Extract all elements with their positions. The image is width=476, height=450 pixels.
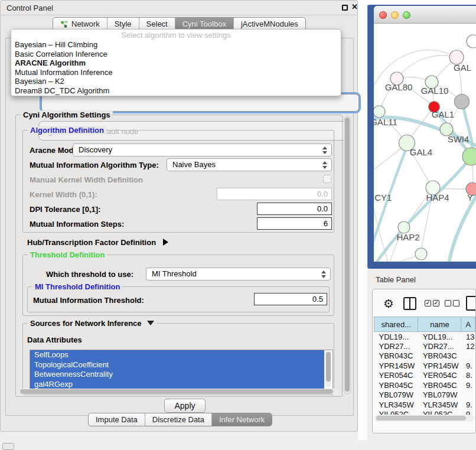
edge-thick	[448, 194, 476, 262]
window-title: Control Panel	[6, 4, 53, 12]
node-hap2[interactable]	[398, 221, 410, 233]
tab-network[interactable]: Network	[53, 18, 107, 30]
hub-definition-toggle[interactable]: Hub/Transcription Factor Definition	[27, 238, 168, 247]
edge	[397, 56, 456, 79]
table-cell: 13	[461, 332, 475, 342]
table-row[interactable]: YBR045CYBR045C9.	[374, 380, 475, 390]
spinner-icon	[322, 146, 327, 154]
tab-select[interactable]: Select	[139, 18, 175, 30]
bottom-tab-impute-data[interactable]: Impute Data	[89, 413, 145, 426]
tab-cyni-toolbox[interactable]: Cyni Toolbox	[175, 18, 234, 30]
mi-type-combo[interactable]: Naive Bayes	[167, 158, 332, 171]
table-cell: 8.	[461, 371, 475, 381]
sources-title-text: Sources for Network Inference	[30, 319, 142, 328]
table-row[interactable]: YER054CYER054C8.	[374, 371, 475, 381]
export-table-icon[interactable]	[466, 296, 476, 311]
kernel-width-field[interactable]: 0.0	[217, 188, 332, 200]
node-label: HAP2	[396, 232, 419, 242]
tab-jactivemnodules[interactable]: jActiveMNodules	[234, 18, 305, 30]
gear-icon[interactable]: ⚙	[383, 296, 394, 311]
which-threshold-combo[interactable]: MI Threshold	[146, 268, 331, 281]
attribute-item[interactable]: BetweennessCentrality	[30, 370, 324, 380]
tab-label: Network	[71, 19, 100, 28]
select-all-checks-icon[interactable]: ✓✓	[425, 300, 439, 306]
attribute-item[interactable]: SelfLoops	[30, 350, 324, 360]
which-threshold-label: Which threshold to use:	[46, 270, 133, 279]
mi-steps-label: Mutual Information Steps:	[30, 220, 124, 229]
node-unlabeled[interactable]	[415, 248, 427, 260]
settings-group-title: Cyni Algorithm Settings	[21, 110, 113, 119]
data-attributes-label: Data Attributes	[27, 335, 82, 344]
table-cell: YER054C	[374, 371, 418, 381]
table-hscrollbar[interactable]	[375, 415, 474, 422]
table-row[interactable]: YBR043CYBR043C	[374, 351, 475, 361]
node-label: GAL4	[410, 147, 432, 157]
bottom-tab-discretize-data[interactable]: Discretize Data	[145, 413, 212, 426]
which-threshold-value: MI Threshold	[152, 269, 197, 278]
attribute-item[interactable]: TopologicalCoefficient	[30, 360, 324, 370]
sources-title[interactable]: Sources for Network Inference	[28, 319, 157, 328]
node-swi4[interactable]	[462, 148, 476, 165]
dropdown-item[interactable]: Bayesian – K2	[11, 77, 341, 86]
control-panel-titlebar: Control Panel ✕	[1, 1, 357, 15]
table-row[interactable]: YLR345WYLR345W9.	[374, 400, 475, 410]
table-row[interactable]: YBL079WYBL079W	[374, 390, 475, 400]
kernel-width-label: Kernel Width (0,1):	[30, 190, 97, 199]
attribute-item[interactable]: gal4RGexp	[30, 380, 324, 390]
zoom-traffic-light[interactable]	[403, 11, 410, 19]
minimize-traffic-light[interactable]	[391, 11, 399, 19]
manual-kernel-label: Manual Kernel Width Definition	[30, 175, 143, 184]
column-header[interactable]: shared...	[374, 317, 418, 332]
tab-style[interactable]: Style	[107, 18, 139, 30]
tab-label: jActiveMNodules	[241, 19, 298, 28]
column-header[interactable]: A	[461, 317, 475, 332]
panel-gap	[358, 0, 367, 440]
deselect-all-checks-icon[interactable]	[445, 300, 459, 306]
attributes-scrollbar[interactable]	[325, 351, 331, 387]
spinner-icon	[321, 270, 326, 278]
table-row[interactable]: YPR145WYPR145W9.	[374, 361, 475, 371]
settings-vscrollbar[interactable]	[344, 116, 351, 394]
mi-threshold-field[interactable]: 0.5	[254, 293, 327, 305]
mi-threshold-title: MI Threshold Definition	[32, 282, 122, 291]
columns-icon[interactable]	[403, 297, 416, 310]
settings-hscrollbar[interactable]	[19, 389, 339, 394]
table-row[interactable]: YDR27...YDR27...12	[374, 341, 475, 351]
table-cell: YPR145W	[374, 361, 418, 371]
data-attributes-list: SelfLoopsTopologicalCoefficientBetweenne…	[30, 350, 333, 390]
table-cell: YLR345W	[374, 400, 418, 410]
apply-button[interactable]: Apply	[164, 399, 206, 413]
dropdown-item[interactable]: Basic Correlation Inference	[11, 50, 341, 59]
bottom-tab-infer-network[interactable]: Infer Network	[212, 413, 272, 426]
table-panel-window: ⚙ ✓✓ shared...nameAYDL19...YDL19...13YDR…	[372, 289, 476, 433]
spinner-icon	[322, 161, 327, 169]
mi-steps-field[interactable]: 6	[257, 217, 332, 230]
node-unlabeled[interactable]	[455, 94, 470, 109]
dpi-tolerance-field[interactable]: 0.0	[257, 203, 332, 215]
table-cell: 9.	[461, 380, 475, 390]
manual-kernel-checkbox[interactable]	[323, 175, 331, 183]
collapse-down-icon	[147, 321, 154, 325]
table-toolbar: ⚙ ✓✓	[373, 295, 475, 315]
column-header[interactable]: name	[418, 317, 461, 332]
bottom-tab-label: Impute Data	[96, 415, 138, 424]
tab-label: Style	[115, 19, 132, 28]
close-traffic-light[interactable]	[379, 11, 387, 19]
node-unlabeled[interactable]	[467, 35, 476, 48]
close-icon[interactable]: ✕	[351, 2, 358, 11]
table-row[interactable]: YDL19...YDL19...13	[374, 332, 475, 342]
bottom-tab-label: Discretize Data	[152, 415, 204, 424]
dropdown-item[interactable]: ARACNE Algorithm	[11, 58, 341, 68]
dropdown-item[interactable]: Dream8 DC_TDC Algorithm	[11, 86, 341, 96]
aracne-mode-combo[interactable]: Discovery	[73, 144, 332, 156]
node-gal11[interactable]	[374, 106, 385, 118]
inference-algorithm-combo[interactable]	[41, 94, 359, 112]
float-icon[interactable]	[342, 5, 348, 11]
dropdown-item[interactable]: Mutual Information Inference	[11, 68, 341, 77]
dropdown-item[interactable]: Bayesian – Hill Climbing	[11, 40, 341, 50]
table-cell: YDR27...	[418, 341, 461, 351]
minimized-panel-icon[interactable]	[2, 443, 14, 450]
algorithm-dropdown: Select algorithm to view settingsBayesia…	[11, 29, 341, 96]
network-canvas[interactable]: GALGAL80GAL10GAL1GAL11SWI4GAL4GCY1HAP4YH…	[374, 24, 476, 262]
node-label: GCY1	[374, 193, 392, 203]
